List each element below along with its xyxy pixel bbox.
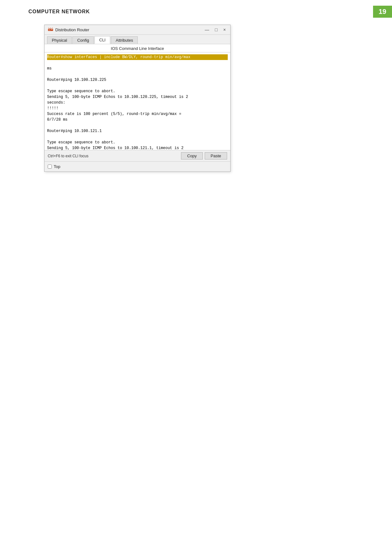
- maximize-button[interactable]: □: [214, 27, 219, 32]
- router-icon: [48, 27, 53, 33]
- terminal-area[interactable]: Router#show interfaces | include BW/DLY,…: [45, 52, 230, 150]
- window-title: Distribution Router: [55, 27, 89, 32]
- svg-rect-3: [51, 29, 52, 30]
- tab-config[interactable]: Config: [72, 36, 94, 44]
- svg-point-2: [50, 30, 50, 30]
- tab-cli[interactable]: CLI: [94, 36, 110, 44]
- action-buttons: Copy Paste: [181, 152, 227, 160]
- top-checkbox-area: Top: [45, 161, 230, 172]
- svg-point-1: [49, 30, 49, 30]
- title-bar: Distribution Router — □ ×: [45, 25, 230, 35]
- cli-section: IOS Command Line Interface Router#show i…: [45, 44, 230, 161]
- svg-line-6: [52, 27, 52, 29]
- svg-line-4: [49, 27, 49, 29]
- title-bar-controls: — □ ×: [203, 27, 227, 32]
- bottom-bar: Ctrl+F6 to exit CLI focus Copy Paste: [45, 150, 230, 161]
- page-number-badge: 19: [373, 6, 392, 18]
- tab-attributes[interactable]: Attributes: [111, 36, 138, 44]
- cli-hint: Ctrl+F6 to exit CLI focus: [48, 154, 88, 158]
- cli-section-title: IOS Command Line Interface: [45, 44, 230, 52]
- top-label: Top: [54, 164, 60, 169]
- tabs-bar: Physical Config CLI Attributes: [45, 35, 230, 44]
- close-button[interactable]: ×: [222, 27, 227, 32]
- minimize-button[interactable]: —: [203, 27, 210, 32]
- top-checkbox[interactable]: [48, 165, 52, 169]
- page-title: COMPUTER NETWORK: [28, 9, 90, 15]
- distribution-router-window: Distribution Router — □ × Physical Confi…: [44, 25, 231, 172]
- title-bar-left: Distribution Router: [48, 27, 89, 33]
- tab-physical[interactable]: Physical: [47, 36, 72, 44]
- copy-button[interactable]: Copy: [181, 152, 202, 160]
- paste-button[interactable]: Paste: [205, 152, 227, 160]
